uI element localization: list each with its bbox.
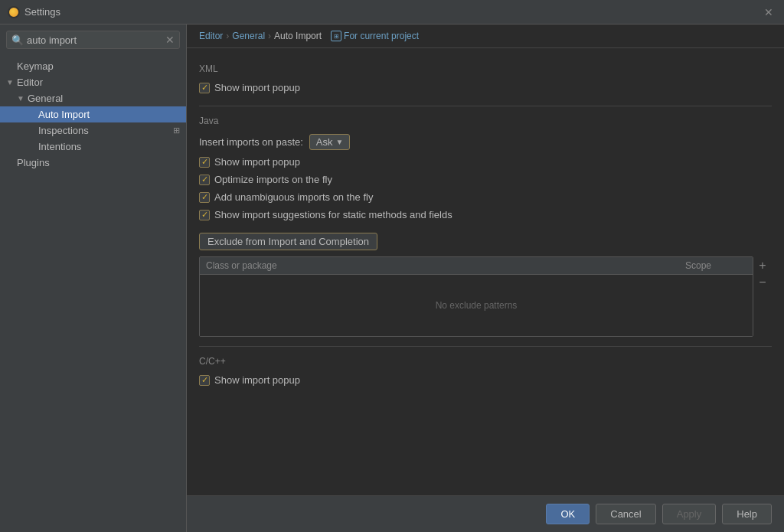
title-bar-left: Settings <box>8 6 60 18</box>
exclude-header-button[interactable]: Exclude from Import and Completion <box>199 233 377 250</box>
app-icon <box>8 6 20 18</box>
java-show-popup-item[interactable]: Show import popup <box>199 156 772 168</box>
add-unambiguous-checkbox[interactable] <box>199 192 210 203</box>
breadcrumb-general[interactable]: General <box>232 31 265 41</box>
cpp-show-popup-checkbox[interactable] <box>199 375 210 386</box>
sidebar-item-plugins[interactable]: Plugins <box>0 155 186 171</box>
exclude-header-label: Exclude from Import and Completion <box>207 236 369 247</box>
static-suggestions-item[interactable]: Show import suggestions for static metho… <box>199 209 772 220</box>
project-label: For current project <box>344 31 419 41</box>
exclude-table-wrapper: Class or package Scope No exclude patter… <box>199 256 772 337</box>
table-header: Class or package Scope <box>200 257 753 275</box>
sidebar: 🔍 ✕ Keymap ▼ Editor ▼ General Au <box>0 24 187 532</box>
project-icon: ⊞ <box>331 31 341 41</box>
table-add-button[interactable]: + <box>755 258 770 273</box>
help-button[interactable]: Help <box>722 504 772 524</box>
table-col-scope-header: Scope <box>685 260 746 271</box>
add-unambiguous-item[interactable]: Add unambiguous imports on the fly <box>199 191 772 203</box>
sidebar-item-label: General <box>28 93 180 104</box>
xml-show-popup-label: Show import popup <box>214 82 300 93</box>
xml-show-popup-checkbox[interactable] <box>199 83 210 93</box>
project-link[interactable]: ⊞ For current project <box>331 31 419 41</box>
apply-button[interactable]: Apply <box>662 504 717 524</box>
breadcrumb-sep-1: › <box>226 31 229 41</box>
table-empty-label: No exclude patterns <box>436 300 518 311</box>
static-suggestions-label: Show import suggestions for static metho… <box>214 209 452 220</box>
table-col-class-header: Class or package <box>206 260 685 271</box>
dropdown-arrow-icon: ▼ <box>336 138 344 146</box>
content-body: XML Show import popup Java Insert import… <box>187 48 784 495</box>
optimize-fly-checkbox[interactable] <box>199 175 210 185</box>
table-body: No exclude patterns <box>200 275 753 336</box>
sidebar-item-label: Auto Import <box>38 109 180 120</box>
static-suggestions-checkbox[interactable] <box>199 210 210 220</box>
sidebar-item-editor[interactable]: ▼ Editor <box>0 74 186 90</box>
sidebar-item-inspections[interactable]: Inspections ⊞ <box>0 122 186 139</box>
title-bar: Settings ✕ <box>0 0 784 24</box>
insert-on-paste-dropdown[interactable]: Ask ▼ <box>309 134 351 150</box>
java-show-popup-checkbox[interactable] <box>199 157 210 168</box>
insert-on-paste-row: Insert imports on paste: Ask ▼ <box>199 134 772 150</box>
sidebar-item-general[interactable]: ▼ General <box>0 90 186 106</box>
search-input[interactable] <box>27 34 162 46</box>
close-button[interactable]: ✕ <box>761 5 776 20</box>
sidebar-tree: Keymap ▼ Editor ▼ General Auto Import In… <box>0 55 186 532</box>
sidebar-item-label: Editor <box>17 77 180 88</box>
inspections-indicator: ⊞ <box>173 126 180 135</box>
search-clear-icon[interactable]: ✕ <box>165 34 175 46</box>
cpp-section-label: C/C++ <box>199 356 772 367</box>
arrow-icon: ▼ <box>17 94 28 103</box>
optimize-fly-label: Optimize imports on the fly <box>214 174 332 185</box>
exclude-table: Class or package Scope No exclude patter… <box>199 256 753 337</box>
java-section-label: Java <box>199 116 772 126</box>
xml-show-popup-item[interactable]: Show import popup <box>199 82 772 93</box>
breadcrumb: Editor › General › Auto Import ⊞ For cur… <box>187 24 784 48</box>
search-icon: 🔍 <box>11 34 24 46</box>
content-area: Editor › General › Auto Import ⊞ For cur… <box>187 24 784 532</box>
cancel-button[interactable]: Cancel <box>596 504 655 524</box>
sidebar-item-label: Plugins <box>17 157 180 168</box>
sidebar-item-keymap[interactable]: Keymap <box>0 58 186 74</box>
search-box: 🔍 ✕ <box>6 31 180 49</box>
sidebar-item-label: Intentions <box>38 141 180 152</box>
insert-on-paste-value: Ask <box>316 136 333 148</box>
sidebar-item-label: Inspections <box>38 125 173 136</box>
xml-section: XML Show import popup <box>199 64 772 93</box>
sidebar-item-auto-import[interactable]: Auto Import <box>0 106 186 122</box>
xml-java-separator <box>199 106 772 106</box>
breadcrumb-current: Auto Import <box>274 31 322 41</box>
window-title: Settings <box>24 6 60 18</box>
sidebar-item-intentions[interactable]: Intentions <box>0 139 186 155</box>
arrow-icon: ▼ <box>6 78 17 86</box>
table-side-buttons: + − <box>753 256 772 337</box>
cpp-show-popup-label: Show import popup <box>214 374 300 386</box>
table-remove-button[interactable]: − <box>755 275 770 290</box>
ok-button[interactable]: OK <box>546 504 590 524</box>
cpp-show-popup-item[interactable]: Show import popup <box>199 374 772 386</box>
content-footer: OK Cancel Apply Help <box>187 495 784 532</box>
sidebar-item-label: Keymap <box>17 60 180 72</box>
add-unambiguous-label: Add unambiguous imports on the fly <box>214 191 373 203</box>
cpp-section: C/C++ Show import popup <box>199 356 772 386</box>
java-show-popup-label: Show import popup <box>214 156 300 168</box>
breadcrumb-editor[interactable]: Editor <box>199 31 223 41</box>
java-section: Java Insert imports on paste: Ask ▼ Show… <box>199 116 772 220</box>
xml-section-label: XML <box>199 64 772 74</box>
optimize-fly-item[interactable]: Optimize imports on the fly <box>199 174 772 185</box>
insert-on-paste-label: Insert imports on paste: <box>199 136 303 148</box>
java-cpp-separator <box>199 346 772 347</box>
exclude-section: Exclude from Import and Completion Class… <box>199 233 772 337</box>
main-layout: 🔍 ✕ Keymap ▼ Editor ▼ General Au <box>0 24 784 532</box>
breadcrumb-sep-2: › <box>268 31 271 41</box>
